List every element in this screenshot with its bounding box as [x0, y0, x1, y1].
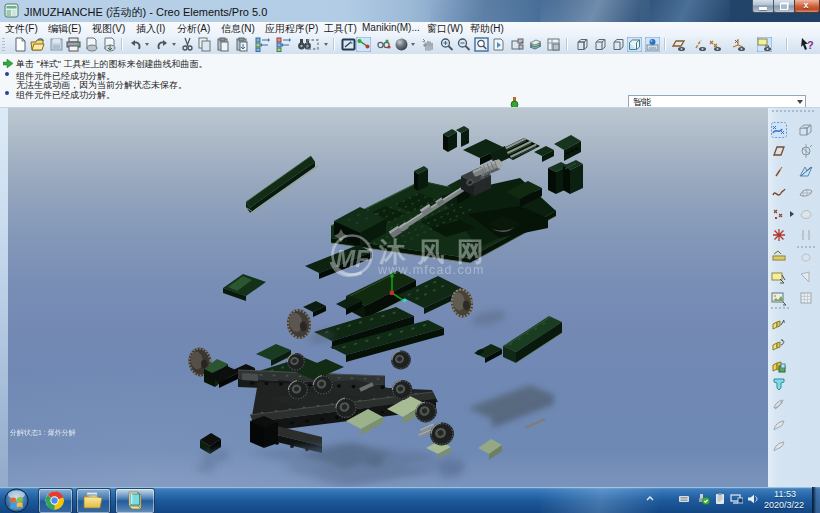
svg-text:?: ?: [807, 39, 814, 51]
